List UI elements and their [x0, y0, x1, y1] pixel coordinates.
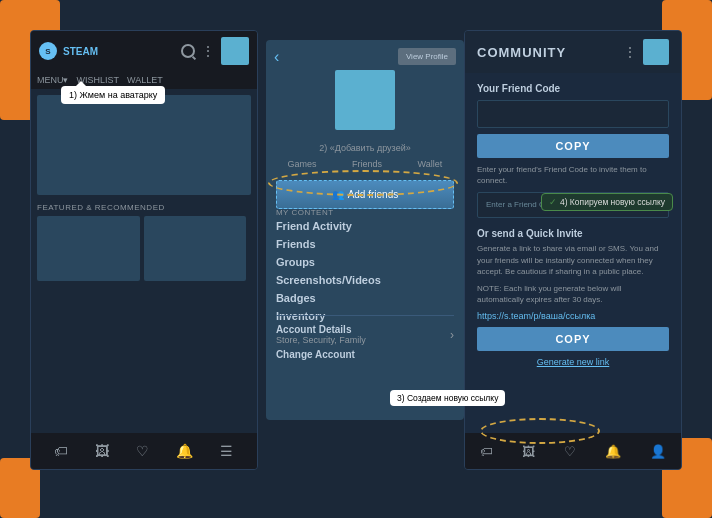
- community-header-right: ⋮: [623, 39, 669, 65]
- bottom-nav-menu-icon[interactable]: ☰: [220, 443, 233, 459]
- link-friend-activity[interactable]: Friend Activity: [276, 220, 381, 232]
- friend-code-input[interactable]: [477, 100, 669, 128]
- community-bottom-nav: 🏷 🖼 ♡ 🔔 👤: [465, 433, 681, 469]
- copy-link-button[interactable]: COPY: [477, 327, 669, 351]
- bottom-nav-image-icon[interactable]: 🖼: [95, 443, 109, 459]
- tab-friends[interactable]: Friends: [352, 159, 382, 169]
- tab-wallet[interactable]: Wallet: [418, 159, 443, 169]
- steam-header: S STEAM ⋮: [31, 31, 257, 71]
- steam-logo-icon: S: [39, 42, 57, 60]
- steam-avatar[interactable]: [221, 37, 249, 65]
- link-screenshots[interactable]: Screenshots/Videos: [276, 274, 381, 286]
- generate-link-button[interactable]: Generate new link: [477, 357, 669, 367]
- link-friends[interactable]: Friends: [276, 238, 381, 250]
- step2-label: 2) «Добавить друзей»: [319, 137, 411, 155]
- nav-wallet[interactable]: WALLET: [127, 75, 163, 85]
- link-groups[interactable]: Groups: [276, 256, 381, 268]
- community-more-icon[interactable]: ⋮: [623, 44, 637, 60]
- account-details-chevron[interactable]: ›: [450, 328, 454, 342]
- account-details-info: Account Details Store, Security, Family: [276, 324, 366, 345]
- view-profile-button[interactable]: View Profile: [398, 48, 456, 65]
- step3-text: 3) Создаем новую ссылку: [397, 393, 498, 403]
- community-avatar[interactable]: [643, 39, 669, 65]
- step4-checkmark: ✓: [549, 197, 557, 207]
- search-icon[interactable]: [181, 44, 195, 58]
- steam-panel: S STEAM ⋮ MENU▾ WISHLIST WALLET 1) Жмем …: [30, 30, 258, 470]
- nav-menu[interactable]: MENU▾: [37, 75, 69, 85]
- profile-tabs: Games Friends Wallet: [266, 155, 464, 173]
- steam-banner-image: [37, 95, 251, 195]
- bottom-nav-heart-icon[interactable]: ♡: [136, 443, 149, 459]
- content-links: Friend Activity Friends Groups Screensho…: [276, 220, 381, 322]
- link-badges[interactable]: Badges: [276, 292, 381, 304]
- account-details-row: Account Details Store, Security, Family …: [276, 324, 454, 345]
- profile-avatar-large: [335, 70, 395, 130]
- account-details: Account Details Store, Security, Family …: [276, 315, 454, 360]
- add-friends-button[interactable]: 👥 Add friends: [276, 180, 454, 209]
- invite-description: Enter your friend's Friend Code to invit…: [477, 164, 669, 186]
- tab-games[interactable]: Games: [288, 159, 317, 169]
- comm-bottom-user-icon[interactable]: 👤: [650, 444, 666, 459]
- account-details-sub: Store, Security, Family: [276, 335, 366, 345]
- account-details-title[interactable]: Account Details: [276, 324, 366, 335]
- invite-link-url: https://s.team/p/ваша/ссылка: [477, 311, 669, 321]
- bottom-nav-tag-icon[interactable]: 🏷: [54, 443, 68, 459]
- profile-popup: ‹ View Profile 2) «Добавить друзей» Game…: [266, 40, 464, 420]
- community-title: COMMUNITY: [477, 45, 566, 60]
- quick-invite-section: Or send a Quick Invite Generate a link t…: [477, 228, 669, 367]
- community-content: Your Friend Code COPY Enter your friend'…: [465, 73, 681, 467]
- my-content-label: MY CONTENT: [276, 208, 334, 217]
- featured-item-1: [37, 216, 140, 281]
- change-account-button[interactable]: Change Account: [276, 349, 454, 360]
- featured-item-2: [144, 216, 247, 281]
- comm-bottom-tag-icon[interactable]: 🏷: [480, 444, 493, 459]
- steam-bottom-nav: 🏷 🖼 ♡ 🔔 ☰: [31, 433, 257, 469]
- comm-bottom-heart-icon[interactable]: ♡: [564, 444, 576, 459]
- quick-invite-title: Or send a Quick Invite: [477, 228, 669, 239]
- steam-logo-text: STEAM: [63, 46, 98, 57]
- featured-items: [37, 216, 251, 281]
- step4-annotation: ✓4) Копируем новую ссылку: [541, 193, 673, 211]
- friend-code-label: Your Friend Code: [477, 83, 669, 94]
- comm-bottom-image-icon[interactable]: 🖼: [522, 444, 535, 459]
- back-button[interactable]: ‹: [274, 48, 279, 66]
- quick-invite-desc: Generate a link to share via email or SM…: [477, 243, 669, 277]
- community-header: COMMUNITY ⋮: [465, 31, 681, 73]
- quick-invite-note: NOTE: Each link you generate below will …: [477, 283, 669, 305]
- more-icon[interactable]: ⋮: [201, 43, 215, 59]
- step1-tooltip: 1) Жмем на аватарку: [61, 86, 165, 104]
- steam-main-content: FEATURED & RECOMMENDED: [31, 89, 257, 287]
- step3-annotation: 3) Создаем новую ссылку: [390, 390, 505, 406]
- main-container: S STEAM ⋮ MENU▾ WISHLIST WALLET 1) Жмем …: [30, 30, 682, 490]
- comm-bottom-bell-icon[interactable]: 🔔: [605, 444, 621, 459]
- copy-code-button[interactable]: COPY: [477, 134, 669, 158]
- featured-label: FEATURED & RECOMMENDED: [37, 203, 251, 212]
- add-friends-icon: 👥: [332, 189, 344, 200]
- bottom-nav-bell-icon[interactable]: 🔔: [176, 443, 193, 459]
- add-friends-label: Add friends: [348, 189, 399, 200]
